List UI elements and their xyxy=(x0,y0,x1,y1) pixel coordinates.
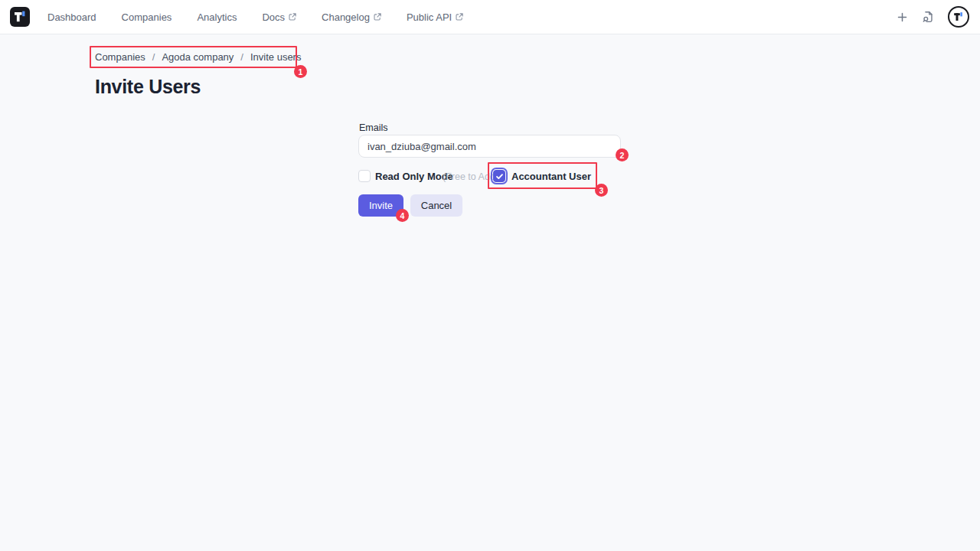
page: Dashboard Companies Analytics Docs Chang… xyxy=(0,0,980,551)
nav-item-label: Companies xyxy=(122,11,172,23)
accountant-user-label[interactable]: Accountant User xyxy=(511,171,591,182)
emails-label: Emails xyxy=(359,122,388,133)
read-only-mode-label[interactable]: Read Only Mode xyxy=(375,171,453,182)
nav-item-analytics[interactable]: Analytics xyxy=(197,11,237,23)
nav-item-docs[interactable]: Docs xyxy=(262,11,296,23)
breadcrumb-companies[interactable]: Companies xyxy=(95,51,145,63)
breadcrumb-invite-users[interactable]: Invite users xyxy=(250,51,301,63)
invite-button[interactable]: Invite xyxy=(358,194,403,217)
page-title: Invite Users xyxy=(95,76,201,98)
nav-links: Dashboard Companies Analytics Docs Chang… xyxy=(47,11,463,23)
nav-item-public-api[interactable]: Public API xyxy=(407,11,463,23)
breadcrumb: Companies / Agoda company / Invite users xyxy=(95,51,301,63)
read-only-mode-checkbox[interactable] xyxy=(358,170,371,182)
nav-item-label: Analytics xyxy=(197,11,237,23)
external-link-icon xyxy=(374,11,381,23)
cancel-button[interactable]: Cancel xyxy=(410,194,462,217)
account-avatar[interactable] xyxy=(948,6,969,28)
nav-right-actions xyxy=(897,6,970,28)
nav-item-label: Docs xyxy=(262,11,285,23)
accountant-user-checkbox[interactable] xyxy=(493,170,505,182)
file-search-icon[interactable] xyxy=(921,10,935,24)
annotation-badge-1: 1 xyxy=(294,65,307,78)
plus-icon[interactable] xyxy=(897,11,908,23)
nav-item-companies[interactable]: Companies xyxy=(122,11,172,23)
annotation-badge-3: 3 xyxy=(595,184,608,197)
nav-item-dashboard[interactable]: Dashboard xyxy=(47,11,96,23)
nav-item-label: Changelog xyxy=(322,11,370,23)
external-link-icon xyxy=(456,11,463,23)
external-link-icon xyxy=(289,11,296,23)
read-only-mode-hint: (Free to Add) xyxy=(443,171,498,182)
breadcrumb-separator: / xyxy=(152,51,155,63)
nav-item-label: Public API xyxy=(407,11,452,23)
nav-item-label: Dashboard xyxy=(47,11,96,23)
breadcrumb-agoda-company[interactable]: Agoda company xyxy=(162,51,234,63)
app-logo-icon[interactable] xyxy=(10,7,30,27)
nav-item-changelog[interactable]: Changelog xyxy=(322,11,381,23)
breadcrumb-separator: / xyxy=(240,51,243,63)
top-nav: Dashboard Companies Analytics Docs Chang… xyxy=(0,0,980,34)
emails-input[interactable] xyxy=(358,135,621,158)
